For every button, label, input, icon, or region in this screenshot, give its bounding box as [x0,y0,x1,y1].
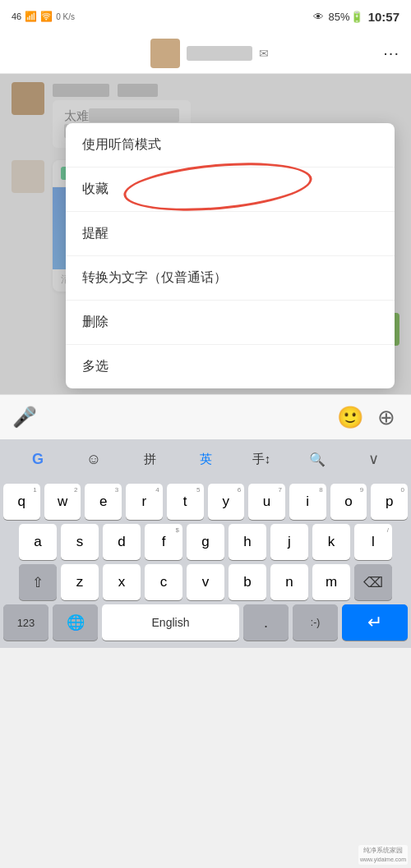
context-item-collect[interactable]: 收藏 [66,168,395,212]
voice-mode-icon: 🎤 [12,406,37,429]
key-f[interactable]: $f [145,524,182,560]
kbd-tool-search[interactable]: 🔍 [289,439,345,479]
key-w[interactable]: 2w [44,484,81,520]
kbd-tool-pinyin[interactable]: 拼 [122,439,178,479]
key-a[interactable]: a [19,524,57,560]
key-j[interactable]: j [270,524,308,560]
key-p[interactable]: 0p [371,484,408,520]
more-button[interactable]: ··· [383,44,399,62]
contact-avatar [150,39,180,68]
key-s[interactable]: s [61,524,99,560]
key-z[interactable]: z [61,564,99,600]
context-item-convert[interactable]: 转换为文字（仅普通话） [66,256,395,301]
key-d[interactable]: d [103,524,141,560]
keyboard: 1q 2w 3e 4r 5t 6y 7u 8i 9o 0p a s d $f g… [0,479,411,648]
kbd-tool-handwrite[interactable]: 手↕ [233,439,289,479]
time-display: 10:57 [368,10,399,24]
plus-button[interactable]: ⊕ [372,402,401,432]
eye-icon: 👁 [313,11,324,23]
input-bar: 🎤 🙂 ⊕ [0,394,411,439]
key-space[interactable]: English [102,604,239,641]
context-item-earpiece[interactable]: 使用听筒模式 [66,123,395,168]
key-backspace[interactable]: ⌫ [354,564,392,600]
key-x[interactable]: x [103,564,141,600]
speed-text: 0 K/s [56,12,75,21]
key-m[interactable]: m [312,564,350,600]
kbd-tool-google[interactable]: G [10,439,66,479]
key-e[interactable]: 3e [85,484,122,520]
wifi-icon: 🛜 [40,11,53,22]
key-period[interactable]: . [243,604,289,641]
key-h[interactable]: h [229,524,266,560]
title-bar: ✉ ··· [0,33,411,74]
title-bar-center: ✉ [150,39,269,68]
battery-level: 85%🔋 [329,11,363,23]
voice-toggle-button[interactable]: 🎤 [10,402,39,432]
chat-area: ⠀ ⠀ 太难⠀⠀⠀⠀⠀⠀⠀⠀⠀⠀ ⠀⠀⠀⠀⠀ 分钟 小程序 🏠 清洁 [0,74,411,394]
key-n[interactable]: n [270,564,308,600]
key-k[interactable]: k [312,524,350,560]
context-menu: 使用听筒模式 收藏 提醒 转换为文字（仅普通话） 删除 多选 [66,123,395,388]
key-y[interactable]: 6y [208,484,245,520]
key-b[interactable]: b [229,564,266,600]
keyboard-row-4: 123 🌐 English . :-) ↵ [3,604,408,641]
key-q[interactable]: 1q [3,484,40,520]
context-item-delete[interactable]: 删除 [66,301,395,345]
signal-bars: 📶 [25,11,37,22]
key-emoticon[interactable]: :-) [293,604,338,641]
contact-name [187,46,252,61]
status-bar: 46 📶 🛜 0 K/s 👁 85%🔋 10:57 [0,0,411,33]
status-left: 46 📶 🛜 0 K/s [12,11,75,22]
key-numbers[interactable]: 123 [3,604,48,641]
kbd-tool-emoji[interactable]: ☺ [66,439,122,479]
message-type-icon: ✉ [259,47,269,60]
keyboard-row-1: 1q 2w 3e 4r 5t 6y 7u 8i 9o 0p [3,484,408,520]
key-i[interactable]: 8i [289,484,326,520]
key-globe[interactable]: 🌐 [53,604,98,641]
keyboard-row-3: ⇧ z x c v b n m ⌫ [3,564,408,600]
key-shift[interactable]: ⇧ [19,564,57,600]
key-r[interactable]: 4r [126,484,163,520]
key-o[interactable]: 9o [330,484,367,520]
key-u[interactable]: 7u [248,484,285,520]
key-t[interactable]: 5t [167,484,204,520]
key-l[interactable]: /l [354,524,392,560]
kbd-tool-collapse[interactable]: ∨ [345,439,401,479]
key-return[interactable]: ↵ [342,604,408,641]
emoji-icon: 🙂 [337,405,363,430]
signal-icon: 46 [12,11,21,21]
context-item-remind[interactable]: 提醒 [66,212,395,256]
keyboard-toolbar: G ☺ 拼 英 手↕ 🔍 ∨ [0,439,411,479]
context-item-multiselect[interactable]: 多选 [66,345,395,388]
key-c[interactable]: c [145,564,182,600]
watermark: 纯净系统家园 www.yidaime.com [358,845,408,865]
emoji-button[interactable]: 🙂 [335,402,365,432]
key-v[interactable]: v [187,564,224,600]
kbd-tool-english[interactable]: 英 [178,439,233,479]
keyboard-row-2: a s d $f g h j k /l [3,524,408,560]
key-g[interactable]: g [187,524,224,560]
status-right: 👁 85%🔋 10:57 [313,10,399,24]
plus-icon: ⊕ [377,405,395,430]
